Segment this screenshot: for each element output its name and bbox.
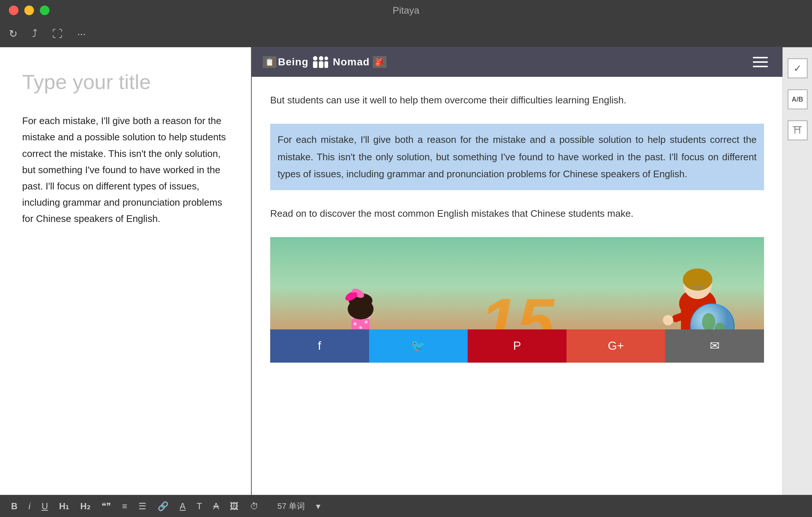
google-plus-share-button[interactable]: G+	[567, 329, 665, 363]
word-count-dropdown-icon[interactable]: ▾	[316, 501, 320, 511]
editor-pane[interactable]: Type your title For each mistake, I'll g…	[0, 47, 251, 495]
svg-point-24	[352, 292, 357, 297]
email-share-button[interactable]: ✉	[665, 329, 764, 363]
facebook-icon: f	[318, 335, 321, 357]
read-on-paragraph: Read on to discover the most common Engl…	[270, 205, 764, 222]
brand-logo[interactable]: 📋 Being	[263, 52, 344, 72]
main-toolbar: ↻ ⤴ ⛶ ···	[0, 21, 812, 47]
twitter-icon: 🐦	[411, 335, 426, 357]
email-icon: ✉	[710, 335, 720, 357]
svg-point-18	[365, 321, 368, 323]
formula-sidebar-icon[interactable]: A/B	[788, 89, 808, 109]
quote-icon[interactable]: ❝❞	[102, 501, 111, 511]
editor-body-text[interactable]: For each mistake, I'll give both a reaso…	[22, 113, 229, 227]
main-area: Type your title For each mistake, I'll g…	[0, 47, 812, 495]
article-image: 15 知乎 @可口可爱的瞌睡宝宝 f 🐦	[270, 237, 764, 363]
check-sidebar-icon[interactable]: ✓	[788, 58, 808, 78]
svg-rect-3	[319, 61, 323, 68]
preview-pane: 📋 Being	[252, 47, 782, 495]
svg-point-16	[354, 322, 357, 325]
svg-point-11	[663, 315, 673, 325]
refresh-icon[interactable]: ↻	[9, 28, 17, 40]
article-content: But students can use it well to help the…	[252, 77, 782, 377]
right-sidebar: ✓ A/B ⛩	[782, 47, 812, 495]
strikethrough-icon[interactable]: A	[213, 501, 219, 511]
text-icon[interactable]: T	[197, 501, 202, 511]
browser-overlay: 📋 Being	[252, 47, 782, 495]
svg-rect-5	[324, 61, 328, 68]
menu-line-2	[753, 61, 768, 63]
google-plus-icon: G+	[608, 335, 624, 357]
bold-icon[interactable]: B	[11, 501, 17, 511]
menu-line-1	[753, 57, 768, 58]
maximize-button[interactable]	[40, 6, 49, 15]
svg-point-17	[359, 326, 362, 329]
fullscreen-icon[interactable]: ⛶	[52, 28, 62, 40]
browser-navbar: 📋 Being	[252, 47, 782, 77]
title-bar: Pitaya	[0, 0, 812, 21]
link-icon[interactable]: 🔗	[158, 501, 169, 511]
editor-title-placeholder[interactable]: Type your title	[22, 69, 229, 94]
svg-point-21	[348, 299, 374, 319]
svg-rect-1	[313, 61, 317, 68]
bottom-toolbar: B i U H₁ H₂ ❝❞ ≡ ☰ 🔗 A T A 🖼 ⏱ 57 单词 ▾	[0, 495, 812, 517]
share-icon[interactable]: ⤴	[32, 28, 37, 40]
h2-icon[interactable]: H₂	[80, 501, 90, 511]
menu-line-3	[753, 66, 768, 67]
svg-point-2	[319, 56, 323, 61]
highlighted-paragraph: For each mistake, I'll give both a reaso…	[270, 124, 764, 190]
underline-icon[interactable]: U	[42, 501, 48, 511]
close-button[interactable]	[9, 6, 18, 15]
italic-icon[interactable]: i	[28, 501, 30, 511]
pagoda-sidebar-icon[interactable]: ⛩	[788, 120, 808, 140]
intro-text: But students can use it well to help the…	[270, 95, 626, 106]
list-ordered-icon[interactable]: ☰	[138, 501, 147, 511]
svg-point-0	[313, 56, 317, 61]
social-share-bar: f 🐦 P G+ ✉	[270, 329, 764, 363]
window-title: Pitaya	[393, 5, 419, 16]
image-icon[interactable]: 🖼	[230, 501, 239, 511]
svg-point-4	[324, 57, 328, 60]
facebook-share-button[interactable]: f	[270, 329, 369, 363]
h1-icon[interactable]: H₁	[59, 501, 69, 511]
pinterest-share-button[interactable]: P	[468, 329, 567, 363]
clock-icon[interactable]: ⏱	[250, 501, 259, 511]
read-on-text: Read on to discover the most common Engl…	[270, 208, 633, 219]
pinterest-icon: P	[513, 335, 521, 357]
hamburger-menu-icon[interactable]	[753, 53, 771, 71]
minimize-button[interactable]	[24, 6, 34, 15]
word-count: 57 单词	[277, 501, 305, 512]
article-intro: But students can use it well to help the…	[270, 92, 764, 109]
highlighted-text: For each mistake, I'll give both a reaso…	[278, 134, 757, 180]
svg-point-27	[702, 313, 715, 331]
twitter-share-button[interactable]: 🐦	[369, 329, 468, 363]
traffic-lights	[9, 6, 49, 15]
more-options-icon[interactable]: ···	[77, 28, 86, 40]
svg-point-9	[683, 268, 712, 291]
list-unordered-icon[interactable]: ≡	[122, 501, 127, 511]
underline2-icon[interactable]: A	[180, 501, 186, 511]
